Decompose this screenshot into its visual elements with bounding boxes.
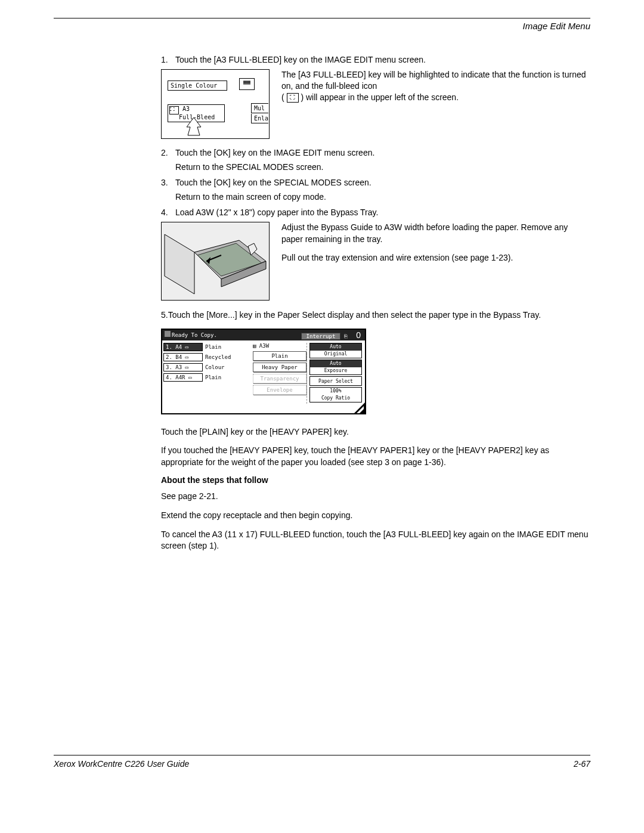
tray-row[interactable]: 3. A3 ▭Colour (163, 363, 253, 371)
step-3-sub: Return to the main screen of copy mode. (175, 192, 590, 202)
bypass-size-label: A3W (259, 343, 269, 349)
full-bleed-icon: ⛶ (287, 93, 299, 103)
step-1-text: Touch the [A3 FULL-BLEED] key on the IMA… (175, 55, 590, 64)
paper-type-button[interactable]: Plain (253, 351, 306, 361)
step4-desc-2: Pull out the tray extension and wire ext… (281, 252, 590, 264)
tray-row[interactable]: 1. A4 ▭Plain (163, 343, 253, 351)
tray-row[interactable]: 4. A4R ▭Plain (163, 373, 253, 382)
tray-list: 1. A4 ▭Plain2. B4 ▭Recycled3. A3 ▭Colour… (163, 343, 253, 404)
footer-page-num: 2-67 (574, 759, 590, 769)
after-p4: Extend the copy receptacle and then begi… (161, 510, 590, 522)
footer-guide-title: Xerox WorkCentre C226 User Guide (54, 759, 189, 769)
step-2-sub: Return to the SPECIAL MODES screen. (175, 162, 590, 172)
after-p5: To cancel the A3 (11 x 17) FULL-BLEED fu… (161, 529, 590, 552)
bypass-tray-illustration (161, 222, 270, 301)
icon-key[interactable]: ▦▦ (239, 78, 255, 90)
header-section: Image Edit Menu (54, 21, 590, 31)
step1-desc-b: ) will appear in the upper left of the s… (301, 92, 459, 102)
interrupt-button[interactable]: Interrupt (301, 333, 341, 340)
side-panel-button[interactable]: 100%Copy Ratio (309, 387, 362, 402)
step-5-text: 5.Touch the [More...] key in the Paper S… (161, 309, 590, 321)
enla-key-partial[interactable]: Enla (251, 114, 268, 123)
corner-arrow-icon (353, 401, 366, 414)
paper-type-button[interactable]: Heavy Paper (253, 363, 306, 372)
side-panel-button[interactable]: AutoExposure (309, 360, 362, 375)
side-panel-button[interactable]: AutoOriginal (309, 343, 362, 358)
a3-label-line1: A3 (182, 106, 190, 112)
pointer-arrow-icon (187, 117, 205, 137)
single-colour-key[interactable]: Single Colour (168, 80, 227, 91)
about-heading: About the steps that follow (161, 475, 590, 485)
step-1: 1. Touch the [A3 FULL-BLEED] key on the … (161, 55, 590, 64)
step4-desc-1: Adjust the Bypass Guide to A3W width bef… (281, 222, 590, 245)
copy-count: 0 (354, 330, 363, 340)
after-p3: See page 2-21. (161, 491, 590, 503)
status-text: Ready To Copy. (172, 332, 217, 338)
after-p2: If you touched the [HEAVY PAPER] key, to… (161, 445, 590, 468)
step-4: 4. Load A3W (12" x 18") copy paper into … (161, 208, 590, 217)
svg-marker-0 (187, 117, 201, 135)
step-2: 2. Touch the [OK] key on the IMAGE EDIT … (161, 148, 590, 157)
after-p1: Touch the [PLAIN] key or the [HEAVY PAPE… (161, 426, 590, 438)
paper-type-button: Envelope (253, 385, 306, 395)
svg-marker-1 (165, 234, 194, 294)
paper-type-button: Transparency (253, 374, 306, 383)
paper-select-screen: Ready To Copy. Interrupt ⎘ 0 1. A4 ▭Plai… (161, 329, 366, 414)
image-edit-screen: Single Colour ▦▦ ⛶ A3 Full-Bleed Mul Enl… (161, 69, 270, 139)
mul-key-partial[interactable]: Mul (251, 103, 268, 113)
step-3: 3. Touch the [OK] key on the SPECIAL MOD… (161, 178, 590, 187)
side-panel-button[interactable]: Paper Select (309, 376, 362, 386)
step1-desc-a: The [A3 FULL-BLEED] key will be highligh… (281, 70, 586, 91)
tray-row[interactable]: 2. B4 ▭Recycled (163, 353, 253, 361)
step-1-num: 1. (161, 55, 175, 64)
